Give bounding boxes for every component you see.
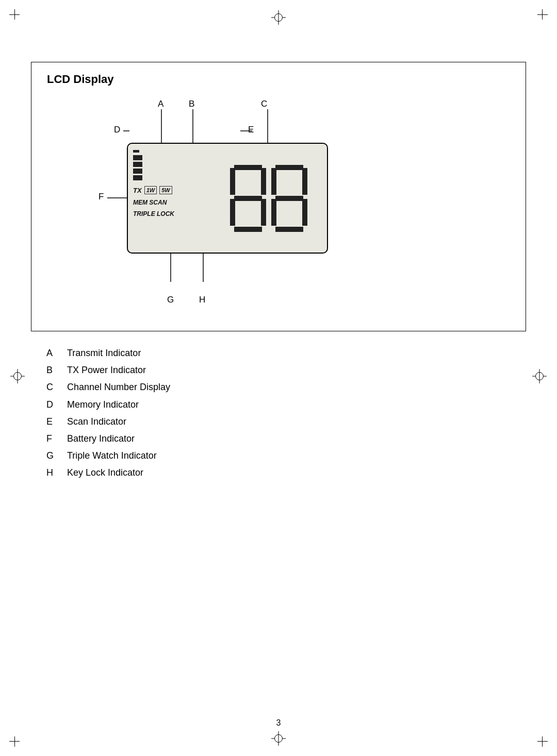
desc-letter-c: C [46, 381, 67, 394]
mem-scan-row: MEM SCAN [133, 199, 206, 206]
desc-text-h: Key Lock Indicator [67, 466, 143, 479]
lcd-channel-display [210, 144, 327, 253]
label-b: B [189, 99, 194, 109]
label-h: H [199, 295, 205, 305]
battery-bar-2 [133, 162, 142, 167]
corner-mark-top-right [532, 9, 548, 25]
desc-item-g: GTriple Watch Indicator [46, 449, 526, 462]
battery-indicator [133, 150, 206, 180]
crosshair-left [10, 369, 25, 383]
power-1w-box: 1W [144, 186, 157, 194]
label-e: E [248, 125, 254, 135]
desc-letter-e: E [46, 415, 67, 428]
desc-letter-f: F [46, 432, 67, 445]
desc-letter-a: A [46, 347, 67, 360]
desc-item-d: DMemory Indicator [46, 398, 526, 411]
desc-item-h: HKey Lock Indicator [46, 466, 526, 479]
desc-text-e: Scan Indicator [67, 415, 126, 428]
corner-mark-bottom-left [9, 731, 25, 747]
desc-letter-h: H [46, 466, 67, 479]
crosshair-bottom [271, 731, 286, 746]
label-d: D [114, 125, 120, 135]
label-f: F [99, 192, 104, 202]
triple-lock-row: TRIPLE LOCK [133, 210, 206, 217]
seg-mid-1 [234, 196, 262, 201]
seg-tr-1 [261, 168, 266, 195]
seg-top-1 [234, 165, 262, 170]
triple-lock-label: TRIPLE LOCK [133, 210, 174, 217]
crosshair-right [532, 369, 547, 383]
seg-bl-2 [271, 199, 276, 226]
seg-bl-1 [230, 199, 235, 226]
lcd-screen: TX 1W 5W MEM SCAN TRIPLE LOCK [127, 143, 328, 254]
seg-br-1 [261, 199, 266, 226]
lcd-display-section: LCD Display A B C D E F G H [31, 62, 526, 331]
desc-text-g: Triple Watch Indicator [67, 449, 157, 462]
seg-bot-1 [234, 227, 262, 232]
desc-item-b: BTX Power Indicator [46, 364, 526, 377]
main-content: LCD Display A B C D E F G H [31, 62, 526, 484]
seven-seg-display [230, 165, 307, 232]
label-g: G [167, 295, 174, 305]
seg-tr-2 [302, 168, 307, 195]
desc-item-a: ATransmit Indicator [46, 347, 526, 360]
desc-text-d: Memory Indicator [67, 398, 139, 411]
battery-bar-3 [133, 169, 142, 174]
power-5w-box: 5W [159, 186, 172, 194]
digit-1 [230, 165, 266, 232]
desc-letter-d: D [46, 398, 67, 411]
seg-bot-2 [275, 227, 303, 232]
seg-br-2 [302, 199, 307, 226]
desc-text-c: Channel Number Display [67, 381, 170, 394]
corner-mark-top-left [9, 9, 25, 25]
battery-bar-1 [133, 155, 142, 160]
desc-letter-g: G [46, 449, 67, 462]
desc-text-a: Transmit Indicator [67, 347, 141, 360]
corner-mark-bottom-right [532, 731, 548, 747]
diagram-area: A B C D E F G H [47, 99, 510, 315]
lcd-indicators-panel: TX 1W 5W MEM SCAN TRIPLE LOCK [128, 144, 210, 253]
lcd-display-title: LCD Display [47, 73, 510, 86]
description-list: ATransmit IndicatorBTX Power IndicatorCC… [46, 347, 526, 480]
label-c: C [261, 99, 267, 109]
desc-letter-b: B [46, 364, 67, 377]
desc-text-b: TX Power Indicator [67, 364, 146, 377]
digit-2 [271, 165, 307, 232]
tx-power-row: TX 1W 5W [133, 186, 206, 194]
battery-bar-4 [133, 175, 142, 180]
seg-top-2 [275, 165, 303, 170]
label-a: A [158, 99, 163, 109]
seg-tl-1 [230, 168, 235, 195]
desc-item-e: EScan Indicator [46, 415, 526, 428]
tx-label: TX [133, 187, 142, 194]
battery-top-cap [133, 150, 139, 153]
desc-item-f: FBattery Indicator [46, 432, 526, 445]
seg-mid-2 [275, 196, 303, 201]
seg-tl-2 [271, 168, 276, 195]
crosshair-top [271, 10, 286, 25]
page-number: 3 [276, 718, 281, 728]
desc-text-f: Battery Indicator [67, 432, 135, 445]
mem-scan-label: MEM SCAN [133, 199, 167, 206]
desc-item-c: CChannel Number Display [46, 381, 526, 394]
